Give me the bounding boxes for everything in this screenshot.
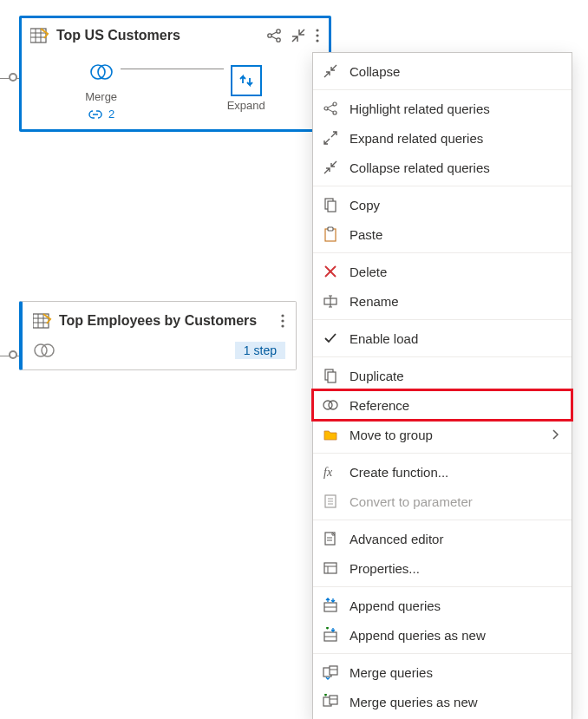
svg-point-7 bbox=[277, 38, 280, 42]
svg-point-21 bbox=[281, 319, 284, 322]
menu-delete[interactable]: Delete bbox=[313, 257, 572, 286]
step-link-count[interactable]: 2 bbox=[88, 108, 114, 121]
editor-icon bbox=[322, 530, 339, 547]
rename-icon bbox=[322, 292, 339, 310]
menu-append-new[interactable]: Append queries as new bbox=[313, 620, 572, 650]
svg-point-5 bbox=[268, 34, 271, 37]
svg-rect-63 bbox=[330, 696, 337, 704]
menu-move-to-group[interactable]: Move to group bbox=[313, 420, 572, 449]
menu-highlight-related[interactable]: Highlight related queries bbox=[313, 94, 572, 123]
svg-point-11 bbox=[316, 34, 318, 36]
menu-advanced-editor[interactable]: Advanced editor bbox=[313, 524, 572, 553]
step-merge[interactable]: Merge 2 bbox=[82, 56, 121, 121]
query-card-top-us-customers[interactable]: Top US Customers Merge 2 Expand + bbox=[19, 16, 331, 132]
svg-point-20 bbox=[281, 314, 284, 317]
duplicate-icon bbox=[322, 367, 339, 384]
collapse-icon[interactable] bbox=[291, 28, 306, 43]
svg-point-23 bbox=[35, 344, 47, 356]
svg-rect-52 bbox=[324, 563, 336, 573]
query-card-top-employees[interactable]: Top Employees by Customers 1 step bbox=[19, 301, 297, 370]
menu-convert-parameter: Convert to parameter bbox=[313, 487, 572, 516]
step-expand[interactable]: Expand bbox=[224, 65, 269, 112]
menu-merge-queries[interactable]: Merge queries bbox=[313, 657, 572, 687]
svg-point-26 bbox=[333, 102, 336, 106]
menu-create-function[interactable]: fx Create function... bbox=[313, 457, 572, 487]
svg-rect-60 bbox=[330, 666, 337, 675]
share-icon[interactable] bbox=[266, 28, 282, 43]
svg-point-12 bbox=[316, 39, 318, 42]
svg-line-28 bbox=[328, 105, 333, 108]
more-icon[interactable] bbox=[315, 28, 320, 43]
menu-rename[interactable]: Rename bbox=[313, 286, 572, 316]
merge-icon bbox=[33, 342, 56, 359]
more-icon[interactable] bbox=[280, 313, 285, 329]
expand-icon bbox=[231, 65, 262, 96]
folder-icon bbox=[322, 426, 339, 443]
chevron-right-icon bbox=[551, 428, 559, 441]
svg-point-10 bbox=[316, 29, 318, 31]
card-title: Top US Customers bbox=[56, 28, 259, 43]
collapse-icon bbox=[322, 62, 339, 80]
svg-line-8 bbox=[271, 32, 277, 35]
svg-rect-41 bbox=[328, 372, 336, 382]
reference-icon bbox=[322, 396, 339, 414]
menu-append-queries[interactable]: Append queries bbox=[313, 591, 572, 620]
svg-text:fx: fx bbox=[323, 466, 333, 479]
menu-properties[interactable]: Properties... bbox=[313, 553, 572, 583]
svg-point-43 bbox=[329, 401, 337, 409]
svg-point-24 bbox=[42, 344, 54, 356]
svg-line-9 bbox=[271, 36, 277, 39]
menu-expand-related[interactable]: Expand related queries bbox=[313, 123, 572, 153]
svg-point-42 bbox=[323, 401, 332, 409]
checkmark-icon bbox=[322, 330, 339, 347]
svg-rect-31 bbox=[328, 201, 336, 212]
collapse-arrows-icon bbox=[322, 159, 339, 176]
append-icon bbox=[322, 597, 339, 614]
delete-icon bbox=[322, 263, 339, 280]
card-title: Top Employees by Customers bbox=[59, 313, 273, 329]
svg-rect-33 bbox=[328, 227, 333, 231]
table-icon bbox=[33, 312, 52, 330]
menu-enable-load[interactable]: Enable load bbox=[313, 324, 572, 353]
menu-collapse[interactable]: Collapse bbox=[313, 56, 572, 86]
node-dot-2 bbox=[9, 350, 17, 359]
append-new-icon bbox=[322, 626, 339, 644]
step-count-badge[interactable]: 1 step bbox=[235, 342, 285, 359]
menu-copy[interactable]: Copy bbox=[313, 190, 572, 219]
function-icon: fx bbox=[322, 463, 339, 480]
svg-line-29 bbox=[328, 109, 333, 112]
merge-new-icon bbox=[322, 693, 339, 710]
table-icon bbox=[30, 27, 49, 44]
step-label: Merge bbox=[85, 90, 117, 103]
merge-queries-icon bbox=[322, 663, 339, 681]
svg-point-27 bbox=[333, 111, 336, 114]
paste-icon bbox=[322, 226, 339, 243]
copy-icon bbox=[322, 196, 339, 213]
node-dot-1 bbox=[9, 73, 17, 82]
merge-icon bbox=[86, 56, 117, 88]
menu-collapse-related[interactable]: Collapse related queries bbox=[313, 153, 572, 182]
svg-point-25 bbox=[324, 107, 328, 110]
menu-reference[interactable]: Reference bbox=[313, 390, 572, 420]
context-menu: Collapse Highlight related queries Expan… bbox=[312, 52, 572, 719]
step-label: Expand bbox=[227, 99, 265, 112]
properties-icon bbox=[322, 559, 339, 577]
menu-duplicate[interactable]: Duplicate bbox=[313, 361, 572, 390]
svg-point-22 bbox=[281, 324, 284, 327]
menu-paste[interactable]: Paste bbox=[313, 219, 572, 249]
expand-arrows-icon bbox=[322, 129, 339, 147]
share-icon bbox=[322, 100, 339, 117]
parameter-icon bbox=[322, 493, 339, 510]
svg-point-6 bbox=[277, 29, 280, 33]
menu-merge-new[interactable]: Merge queries as new bbox=[313, 687, 572, 716]
